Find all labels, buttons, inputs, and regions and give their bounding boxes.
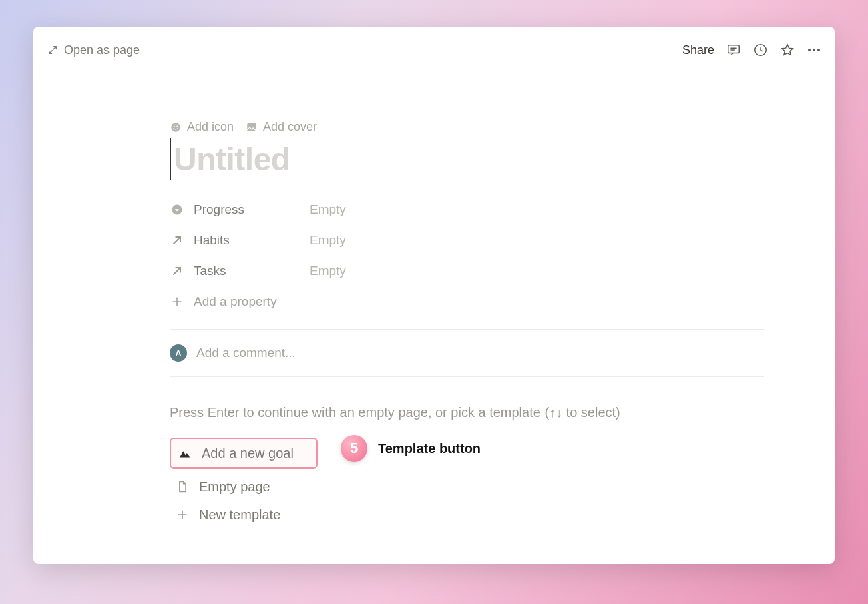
add-icon-label: Add icon [187, 120, 234, 134]
template-hint: Press Enter to continue with an empty pa… [170, 405, 764, 420]
plus-icon [175, 507, 190, 522]
text-cursor [170, 138, 171, 180]
meta-actions: Add icon Add cover [170, 120, 764, 134]
add-property-button[interactable]: Add a property [170, 286, 764, 317]
title-input[interactable]: Untitled [170, 138, 764, 180]
template-new-template[interactable]: New template [170, 501, 764, 529]
page-icon [175, 479, 190, 494]
history-icon[interactable] [753, 43, 768, 57]
avatar: A [170, 344, 187, 362]
add-property-label: Add a property [194, 294, 277, 309]
mountain-icon [178, 446, 192, 461]
svg-point-5 [174, 125, 175, 127]
template-label: Empty page [199, 479, 270, 495]
topbar: Open as page Share [33, 27, 835, 61]
svg-rect-7 [247, 123, 256, 131]
annotation-badge: 5 [341, 435, 367, 462]
properties-list: Progress Empty Habits Empty Ta [170, 194, 764, 529]
share-button[interactable]: Share [682, 43, 714, 57]
comment-placeholder: Add a comment... [196, 346, 296, 360]
star-icon[interactable] [780, 43, 795, 57]
property-value[interactable]: Empty [310, 264, 346, 278]
template-label: New template [199, 507, 280, 523]
property-value[interactable]: Empty [310, 202, 346, 217]
svg-point-4 [171, 123, 180, 132]
property-label: Progress [194, 202, 244, 217]
property-label: Tasks [194, 264, 226, 278]
page-content: Add icon Add cover Untitled Progress [170, 120, 764, 529]
select-icon [170, 202, 184, 217]
template-label: Add a new goal [202, 446, 294, 461]
template-add-new-goal[interactable]: Add a new goal [170, 438, 318, 469]
property-label: Habits [194, 233, 230, 248]
page-panel: Open as page Share Add icon [33, 27, 835, 564]
annotation-label: Template button [378, 441, 481, 457]
open-as-page-label: Open as page [64, 43, 140, 57]
topbar-actions: Share [682, 43, 821, 57]
svg-point-6 [176, 125, 178, 127]
property-tasks[interactable]: Tasks Empty [170, 256, 764, 286]
svg-rect-0 [728, 45, 740, 53]
property-progress[interactable]: Progress Empty [170, 194, 764, 225]
add-cover-button[interactable]: Add cover [246, 120, 317, 134]
add-cover-label: Add cover [263, 120, 317, 134]
template-empty-page[interactable]: Empty page [170, 473, 764, 501]
title-placeholder: Untitled [174, 141, 290, 178]
comments-icon[interactable] [726, 43, 741, 57]
plus-icon [170, 294, 184, 309]
image-icon [246, 121, 258, 133]
template-list: Add a new goal Empty page New template 5 [170, 438, 764, 529]
annotation-callout: 5 Template button [341, 435, 481, 462]
more-icon[interactable] [807, 43, 821, 57]
emoji-icon [170, 121, 182, 133]
relation-icon [170, 233, 184, 248]
property-value[interactable]: Empty [310, 233, 346, 248]
add-comment-row[interactable]: A Add a comment... [170, 330, 764, 377]
open-as-page-button[interactable]: Open as page [47, 43, 140, 57]
property-habits[interactable]: Habits Empty [170, 225, 764, 256]
expand-icon [47, 44, 59, 56]
relation-icon [170, 264, 184, 278]
add-icon-button[interactable]: Add icon [170, 120, 234, 134]
